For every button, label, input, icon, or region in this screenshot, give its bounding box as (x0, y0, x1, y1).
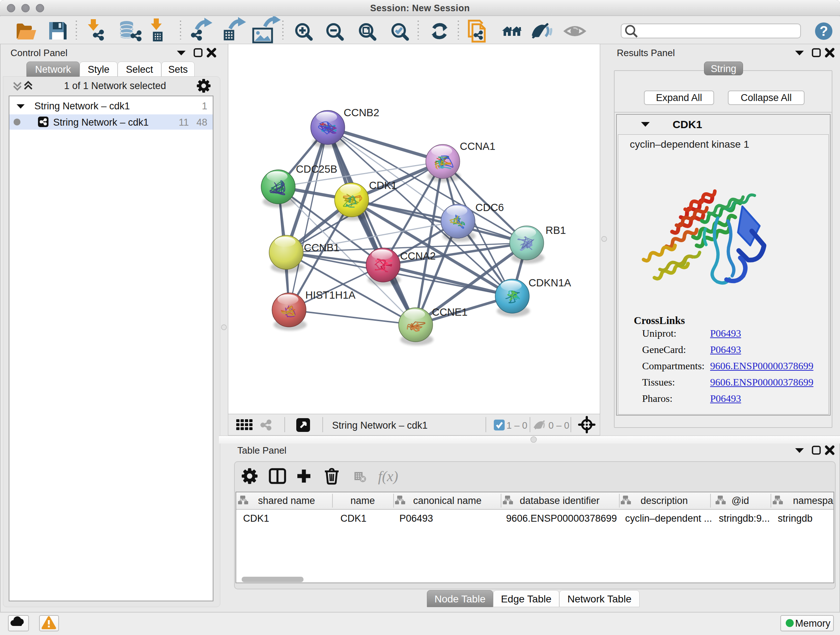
svg-text:CCNB1: CCNB1 (304, 242, 339, 253)
svg-text:CCNA2: CCNA2 (400, 250, 436, 262)
svg-text:f(x): f(x) (378, 468, 398, 485)
svg-text:CCNE1: CCNE1 (432, 306, 467, 318)
svg-text:CDK1: CDK1 (369, 180, 397, 191)
svg-text:String Network – cdk1: String Network – cdk1 (332, 420, 428, 431)
svg-text:CCNB2: CCNB2 (344, 107, 379, 119)
svg-text:1 – 0: 1 – 0 (507, 420, 527, 431)
svg-text:?: ? (819, 24, 828, 39)
svg-text:0 – 0: 0 – 0 (548, 420, 569, 431)
svg-text:CDC25B: CDC25B (296, 163, 337, 175)
svg-text:CCNA1: CCNA1 (460, 141, 495, 152)
svg-text:RB1: RB1 (546, 225, 566, 236)
svg-text:CDKN1A: CDKN1A (529, 277, 571, 288)
svg-text:HIST1H1A: HIST1H1A (305, 289, 355, 301)
svg-text:CDC6: CDC6 (475, 202, 504, 213)
